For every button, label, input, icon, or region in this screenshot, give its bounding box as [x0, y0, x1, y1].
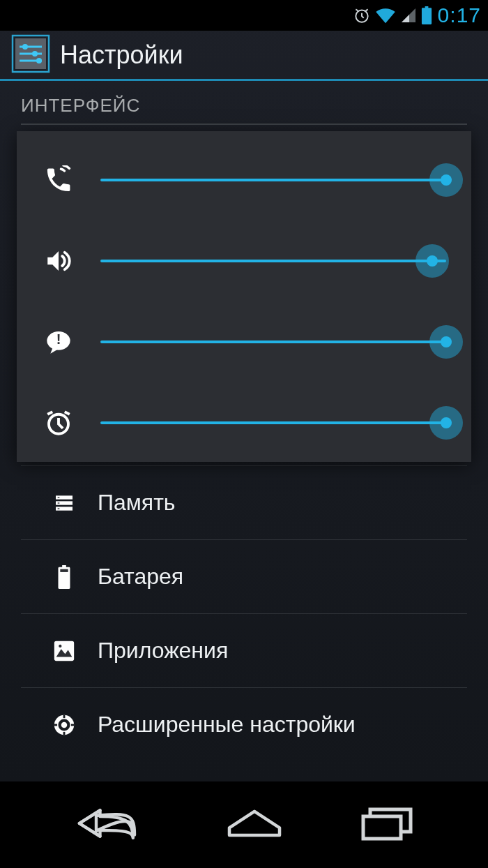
volume-slider-notification[interactable] [100, 328, 446, 356]
phone-icon [38, 165, 79, 195]
cell-signal-icon [400, 7, 417, 24]
settings-list: Память Батарея Приложения Расширенные на… [0, 465, 488, 761]
svg-text:!: ! [56, 331, 61, 347]
svg-point-20 [61, 721, 68, 728]
svg-rect-24 [71, 724, 74, 726]
back-button[interactable] [73, 804, 150, 846]
list-item-label: Расширенные настройки [98, 712, 356, 738]
clock: 0:17 [438, 3, 481, 27]
list-item-advanced[interactable]: Расширенные настройки [21, 687, 467, 761]
svg-rect-13 [58, 502, 60, 503]
list-item-storage[interactable]: Память [21, 465, 467, 539]
title-bar: Настройки [0, 31, 488, 81]
volume-row-notification: ! [38, 317, 446, 367]
wifi-icon [375, 6, 396, 24]
volume-slider-ringer[interactable] [100, 166, 446, 194]
notification-icon: ! [38, 328, 79, 356]
settings-icon [11, 34, 50, 76]
alarm-icon [353, 6, 371, 24]
svg-rect-12 [58, 497, 60, 497]
list-item-label: Приложения [98, 638, 228, 664]
apps-icon [50, 639, 78, 663]
volume-slider-media[interactable] [100, 247, 446, 275]
list-item-apps[interactable]: Приложения [21, 613, 467, 687]
svg-point-4 [22, 44, 28, 50]
svg-rect-23 [54, 724, 57, 726]
svg-rect-15 [60, 569, 68, 571]
status-bar: 0:17 [0, 0, 488, 31]
svg-rect-16 [54, 641, 74, 660]
volume-row-alarm [38, 398, 446, 448]
battery-icon [50, 565, 78, 589]
svg-rect-14 [58, 508, 60, 509]
list-item-label: Память [98, 490, 175, 516]
alarm-icon [38, 408, 79, 437]
svg-rect-22 [63, 731, 66, 734]
svg-rect-21 [63, 714, 66, 717]
gear-icon [50, 713, 78, 737]
list-item-battery[interactable]: Батарея [21, 539, 467, 613]
svg-point-17 [59, 644, 61, 647]
svg-rect-28 [363, 816, 401, 839]
speaker-icon [38, 246, 79, 276]
volume-dialog: ! [17, 131, 471, 462]
storage-icon [50, 492, 78, 514]
section-header-interface: ИНТЕРФЕЙС [0, 81, 488, 124]
divider [21, 124, 467, 125]
battery-icon [421, 6, 432, 24]
svg-point-8 [36, 58, 42, 63]
volume-slider-alarm[interactable] [100, 409, 446, 437]
page-title: Настройки [60, 40, 183, 70]
volume-row-media [38, 236, 446, 286]
volume-row-ringer [38, 155, 446, 205]
nav-bar [0, 781, 488, 868]
home-button[interactable] [223, 806, 286, 844]
svg-point-6 [32, 51, 38, 57]
list-item-label: Батарея [98, 564, 183, 590]
recent-apps-button[interactable] [359, 804, 415, 846]
